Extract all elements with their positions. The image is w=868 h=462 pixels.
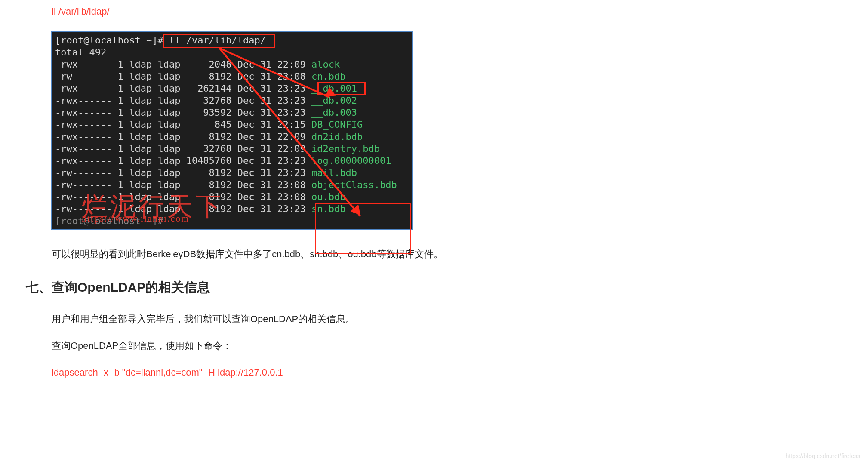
row-meta: -rwx------ 1 ldap ldap 8192 Dec 31 22:09 (55, 131, 311, 142)
row-meta: -rw------- 1 ldap ldap 8192 Dec 31 23:08 (55, 179, 311, 190)
terminal-listing: -rwx------ 1 ldap ldap 2048 Dec 31 22:09… (55, 59, 409, 215)
terminal-row: -rwx------ 1 ldap ldap 10485760 Dec 31 2… (55, 155, 409, 167)
watermark-url: https://www.ilanni.com (82, 213, 224, 225)
row-filename: DB_CONFIG (311, 119, 363, 130)
row-meta: -rwx------ 1 ldap ldap 845 Dec 31 22:15 (55, 119, 311, 130)
terminal-prompt-line: [root@localhost ~]# ll /var/lib/ldap/ (55, 34, 409, 46)
row-filename: mail.bdb (311, 167, 357, 178)
watermark-cn: 烂泥行天下 (82, 200, 224, 213)
terminal-row: -rwx------ 1 ldap ldap 32768 Dec 31 22:0… (55, 143, 409, 155)
row-filename: __db.001 (311, 83, 357, 94)
row-filename: sn.bdb (311, 203, 345, 214)
terminal-row: -rwx------ 1 ldap ldap 32768 Dec 31 23:2… (55, 95, 409, 107)
image-watermark: 烂泥行天下 https://www.ilanni.com (82, 200, 224, 225)
row-meta: -rw------- 1 ldap ldap 8192 Dec 31 23:23 (55, 167, 311, 178)
row-meta: -rw------- 1 ldap ldap 8192 Dec 31 23:08 (55, 71, 311, 82)
terminal-body: [root@localhost ~]# ll /var/lib/ldap/ to… (52, 32, 412, 229)
row-filename: __db.002 (311, 95, 357, 106)
terminal-row: -rw------- 1 ldap ldap 8192 Dec 31 23:08… (55, 179, 409, 191)
paragraph-7-2: 查询OpenLDAP全部信息，使用如下命令： (52, 339, 868, 353)
terminal-row: -rwx------ 1 ldap ldap 845 Dec 31 22:15 … (55, 119, 409, 131)
terminal-prompt: [root@localhost ~]# (55, 35, 169, 46)
row-filename: ou.bdb (311, 191, 345, 202)
terminal-row: -rwx------ 1 ldap ldap 8192 Dec 31 22:09… (55, 131, 409, 143)
heading-section-7: 七、查询OpenLDAP的相关信息 (26, 279, 868, 296)
terminal-total-line: total 492 (55, 46, 409, 59)
row-filename: alock (311, 59, 340, 70)
terminal-row: -rwx------ 1 ldap ldap 93592 Dec 31 23:2… (55, 107, 409, 119)
row-meta: -rwx------ 1 ldap ldap 262144 Dec 31 23:… (55, 83, 311, 94)
paragraph-7-1: 用户和用户组全部导入完毕后，我们就可以查询OpenLDAP的相关信息。 (52, 312, 868, 326)
row-filename: log.0000000001 (311, 155, 391, 166)
row-filename: objectClass.bdb (311, 179, 397, 190)
row-meta: -rwx------ 1 ldap ldap 10485760 Dec 31 2… (55, 155, 311, 166)
row-filename: __db.003 (311, 107, 357, 118)
paragraph-bdb-explain: 可以很明显的看到此时BerkeleyDB数据库文件中多了cn.bdb、sn.bd… (52, 247, 868, 262)
terminal-row: -rwx------ 1 ldap ldap 2048 Dec 31 22:09… (55, 59, 409, 71)
terminal-cmd: ll /var/lib/ldap/ (169, 35, 266, 46)
terminal-row: -rw------- 1 ldap ldap 8192 Dec 31 23:08… (55, 71, 409, 83)
row-filename: cn.bdb (311, 71, 345, 82)
terminal-row: -rwx------ 1 ldap ldap 262144 Dec 31 23:… (55, 83, 409, 95)
command-text-1: ll /var/lib/ldap/ (52, 4, 868, 19)
row-meta: -rwx------ 1 ldap ldap 2048 Dec 31 22:09 (55, 59, 311, 70)
terminal-row: -rw------- 1 ldap ldap 8192 Dec 31 23:23… (55, 167, 409, 179)
command-text-2: ldapsearch -x -b "dc=ilanni,dc=com" -H l… (52, 365, 868, 380)
row-meta: -rwx------ 1 ldap ldap 32768 Dec 31 23:2… (55, 95, 311, 106)
terminal-screenshot: [root@localhost ~]# ll /var/lib/ldap/ to… (51, 31, 413, 230)
row-filename: dn2id.bdb (311, 131, 363, 142)
row-meta: -rwx------ 1 ldap ldap 32768 Dec 31 22:0… (55, 143, 311, 154)
row-filename: id2entry.bdb (311, 143, 380, 154)
row-meta: -rwx------ 1 ldap ldap 93592 Dec 31 23:2… (55, 107, 311, 118)
